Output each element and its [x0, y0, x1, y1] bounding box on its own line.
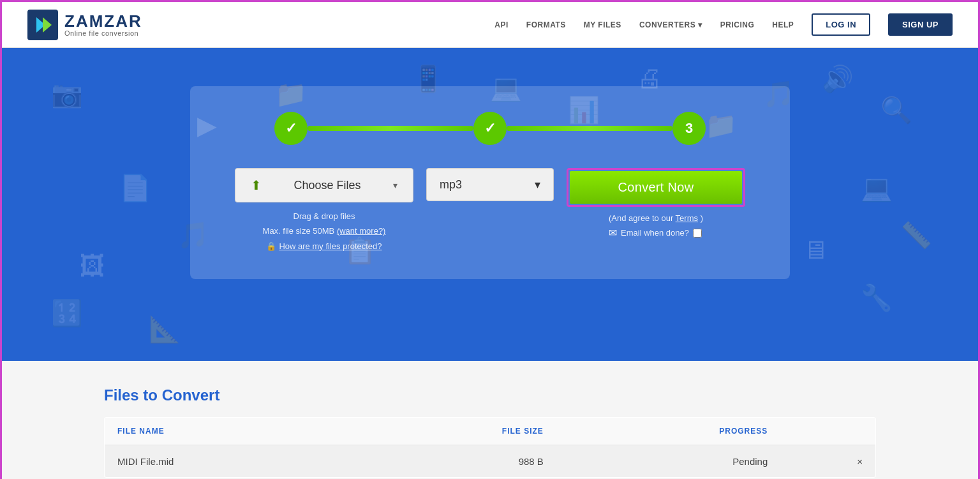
table-body: MIDI File.mid 988 B Pending × — [105, 445, 876, 478]
col-actions — [780, 418, 875, 446]
files-section: Files to Convert FILE NAME FILE SIZE PRO… — [2, 361, 978, 479]
logo-subtitle: Online file conversion — [64, 29, 142, 37]
nav-my-files[interactable]: MY FILES — [584, 20, 621, 29]
table-header: FILE NAME FILE SIZE PROGRESS — [105, 418, 876, 446]
nav-area: API FORMATS MY FILES CONVERTERS ▾ PRICIN… — [494, 13, 953, 36]
convert-group: Convert Now (And agree to our Terms ) ✉ … — [567, 168, 745, 239]
table-row: MIDI File.mid 988 B Pending × — [105, 445, 876, 478]
nav-api[interactable]: API — [494, 20, 509, 29]
convert-now-wrapper: Convert Now — [567, 168, 745, 207]
nav-help[interactable]: HELP — [772, 20, 794, 29]
format-value: mp3 — [440, 178, 462, 192]
login-button[interactable]: LOG IN — [812, 13, 870, 36]
step-1-check: ✓ — [285, 120, 297, 137]
nav-formats[interactable]: FORMATS — [526, 20, 566, 29]
file-protection-hint: 🔒 How are my files protected? — [263, 239, 386, 254]
svg-marker-1 — [43, 17, 52, 33]
step-3-circle: 3 — [672, 112, 706, 145]
file-size-cell: 988 B — [353, 445, 556, 478]
col-file-size: FILE SIZE — [353, 418, 556, 446]
convert-hints: (And agree to our Terms ) ✉ Email when d… — [609, 213, 703, 239]
choose-files-button[interactable]: ⬆ Choose Files ▾ — [235, 168, 413, 202]
nav-converters[interactable]: CONVERTERS ▾ — [639, 20, 702, 29]
file-status-cell: Pending — [556, 445, 780, 478]
step-1-circle: ✓ — [274, 112, 308, 145]
step-2-circle: ✓ — [473, 112, 507, 145]
signup-button[interactable]: SIGN UP — [888, 13, 953, 36]
files-title-static: Files to — [104, 386, 158, 404]
header: ZAMZAR Online file conversion API FORMAT… — [2, 2, 978, 48]
logo-area: ZAMZAR Online file conversion — [27, 10, 142, 40]
file-name-cell: MIDI File.mid — [105, 445, 353, 478]
choose-files-label: Choose Files — [293, 179, 360, 192]
file-hints: Drag & drop files Max. file size 50MB (w… — [263, 209, 386, 254]
steps-row: ✓ ✓ 3 — [228, 112, 752, 145]
email-label: Email when done? — [621, 228, 689, 238]
terms-link[interactable]: Terms — [676, 213, 698, 223]
file-protection-link[interactable]: How are my files protected? — [279, 239, 382, 254]
format-chevron-icon: ▾ — [535, 178, 540, 192]
col-progress: PROGRESS — [556, 418, 780, 446]
form-row: ⬆ Choose Files ▾ Drag & drop files Max. … — [228, 168, 752, 254]
step-3-label: 3 — [685, 120, 693, 137]
nav-pricing[interactable]: PRICING — [720, 20, 755, 29]
step-2-check: ✓ — [484, 120, 496, 137]
logo-icon — [27, 10, 58, 40]
drag-drop-hint: Drag & drop files — [263, 209, 386, 224]
email-icon: ✉ — [609, 227, 617, 239]
step-line-2 — [507, 126, 672, 131]
email-row: ✉ Email when done? — [609, 227, 703, 239]
choose-files-group: ⬆ Choose Files ▾ Drag & drop files Max. … — [235, 168, 413, 254]
hero-section: 📷 📄 🖼 ▶ 🎵 📁 📋 📱 💻 📊 🖨 📁 🎵 🔊 🔍 💻 🖥 📏 🔢 📐 … — [2, 48, 978, 361]
max-size-hint: Max. file size 50MB (want more?) — [263, 224, 386, 238]
files-title: Files to Convert — [104, 386, 876, 404]
logo-title: ZAMZAR — [64, 13, 142, 29]
step-line-1 — [308, 126, 473, 131]
remove-file-button[interactable]: × — [780, 445, 875, 478]
files-title-dynamic: Convert — [162, 386, 220, 404]
files-table: FILE NAME FILE SIZE PROGRESS MIDI File.m… — [104, 417, 876, 478]
chevron-down-icon: ▾ — [393, 180, 397, 190]
lock-icon: 🔒 — [266, 239, 276, 254]
convert-now-button[interactable]: Convert Now — [570, 171, 742, 204]
want-more-link[interactable]: (want more?) — [337, 226, 386, 236]
col-file-name: FILE NAME — [105, 418, 353, 446]
upload-icon: ⬆ — [251, 178, 262, 193]
format-group: mp3 ▾ — [426, 168, 554, 201]
logo-text-area: ZAMZAR Online file conversion — [64, 13, 142, 37]
conversion-card: ✓ ✓ 3 ⬆ Choose Files ▾ Drag & drop fil — [190, 86, 790, 279]
format-select[interactable]: mp3 ▾ — [426, 168, 554, 201]
email-checkbox[interactable] — [693, 229, 702, 238]
